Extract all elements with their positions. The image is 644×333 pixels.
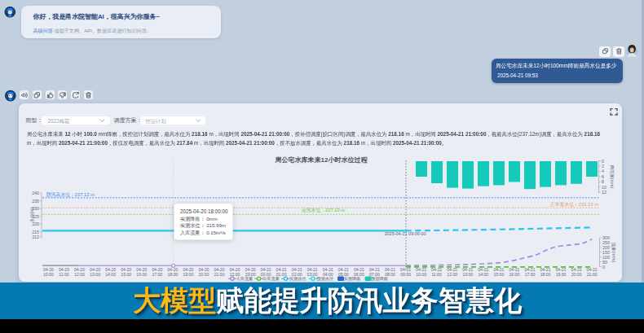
- svg-text:17:00: 17:00: [525, 272, 536, 277]
- svg-text:台汛水位：227.13 m: 台汛水位：227.13 m: [302, 207, 345, 213]
- svg-text:50: 50: [602, 260, 607, 265]
- svg-text:预测水位: 预测水位: [317, 276, 334, 282]
- svg-text:出库流量: 出库流量: [262, 276, 280, 282]
- svg-text:4: 4: [602, 169, 604, 173]
- svg-text:11:00: 11:00: [59, 272, 69, 277]
- svg-text:防汛高水位：237.12 m: 防汛高水位：237.12 m: [46, 191, 95, 198]
- svg-text:10:00: 10:00: [416, 272, 426, 277]
- svg-text:20:00: 20:00: [199, 272, 210, 277]
- svg-text:入库流量： 0.15m³/s: 入库流量： 0.15m³/s: [180, 230, 226, 236]
- svg-text:入库流量: 入库流量: [236, 276, 254, 282]
- svg-text:2: 2: [602, 164, 604, 169]
- svg-text:300: 300: [602, 235, 610, 240]
- svg-text:21:00: 21:00: [214, 272, 225, 277]
- svg-text:20:00: 20:00: [571, 272, 582, 277]
- svg-text:18:00: 18:00: [167, 272, 178, 277]
- svg-text:12: 12: [602, 190, 607, 195]
- svg-text:实测降雨： 0mm: 实测降雨： 0mm: [180, 216, 218, 222]
- svg-text:12:00: 12:00: [447, 272, 457, 277]
- svg-text:250: 250: [602, 240, 610, 245]
- svg-text:预报降雨: 预报降雨: [371, 276, 388, 282]
- svg-text:19:00: 19:00: [183, 272, 194, 277]
- svg-text:200: 200: [602, 245, 610, 250]
- svg-text:09:00: 09:00: [400, 272, 411, 277]
- svg-text:实测水位： 215.99m: 实测水位： 215.99m: [180, 222, 226, 229]
- svg-text:16:00: 16:00: [509, 272, 520, 277]
- svg-text:150: 150: [602, 250, 610, 255]
- svg-text:19:00: 19:00: [556, 272, 567, 277]
- svg-text:17:00: 17:00: [152, 272, 162, 277]
- svg-text:降雨量(mm): 降雨量(mm): [610, 165, 615, 188]
- svg-text:235: 235: [32, 199, 39, 204]
- svg-text:13:00: 13:00: [90, 272, 100, 277]
- svg-text:0: 0: [602, 159, 604, 164]
- svg-text:正常蓄水位：231.13 m: 正常蓄水位：231.13 m: [550, 202, 598, 207]
- svg-text:14:00: 14:00: [105, 272, 116, 277]
- svg-text:2025-04-21 09:00:00: 2025-04-21 09:00:00: [384, 231, 426, 236]
- svg-text:15:00: 15:00: [494, 272, 505, 277]
- svg-text:16:00: 16:00: [136, 272, 147, 277]
- svg-text:240: 240: [32, 191, 39, 195]
- svg-text:0: 0: [602, 265, 605, 269]
- svg-text:14:00: 14:00: [478, 272, 488, 277]
- svg-text:21:00: 21:00: [587, 272, 598, 277]
- svg-text:实测水位: 实测水位: [289, 276, 307, 282]
- svg-text:流量(m³/s): 流量(m³/s): [611, 243, 616, 263]
- svg-text:6: 6: [602, 174, 604, 179]
- svg-text:2025-04-20 18:00:00: 2025-04-20 18:00:00: [180, 208, 228, 214]
- svg-text:10:00: 10:00: [43, 272, 54, 277]
- svg-text:13:00: 13:00: [462, 272, 473, 277]
- svg-text:11:00: 11:00: [431, 272, 442, 277]
- svg-text:水位(m): 水位(m): [29, 208, 34, 223]
- svg-text:10: 10: [602, 185, 607, 190]
- svg-text:实测降雨: 实测降雨: [344, 276, 361, 282]
- svg-text:212: 212: [32, 234, 39, 239]
- svg-text:100: 100: [602, 255, 610, 260]
- svg-text:8: 8: [602, 179, 604, 184]
- svg-text:12:00: 12:00: [74, 272, 85, 277]
- svg-text:15:00: 15:00: [121, 272, 131, 277]
- svg-text:18:00: 18:00: [540, 272, 551, 277]
